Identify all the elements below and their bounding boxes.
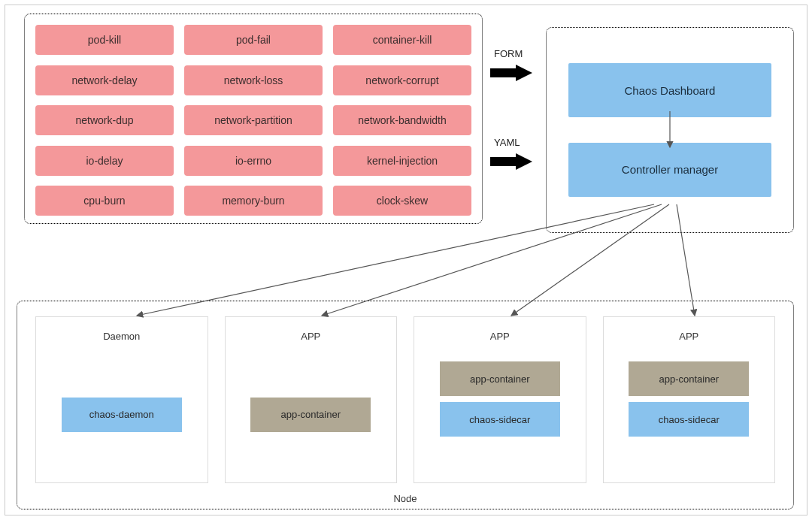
svg-marker-0 (490, 65, 532, 81)
chaos-type: io-errno (184, 146, 323, 176)
node-panel: Daemon chaos-daemon APP app-container AP… (17, 301, 794, 509)
chaos-type: network-partition (184, 105, 323, 135)
pod-title: APP (490, 331, 510, 342)
controller-manager-box: Controller manager (568, 143, 771, 197)
yaml-arrow-icon (490, 153, 532, 170)
chaos-type: pod-kill (35, 25, 174, 55)
pod-title: APP (679, 331, 698, 342)
yaml-label: YAML (494, 137, 520, 148)
chaos-type: cpu-burn (35, 186, 174, 216)
type-row: cpu-burn memory-burn clock-skew (35, 186, 471, 216)
pods-row: Daemon chaos-daemon APP app-container AP… (35, 316, 775, 483)
chaos-types-panel: pod-kill pod-fail container-kill network… (24, 14, 483, 224)
pod-title: APP (301, 331, 320, 342)
chaos-type: pod-fail (184, 25, 323, 55)
node-label: Node (17, 493, 793, 504)
container: chaos-sidecar (629, 402, 749, 437)
chaos-type: kernel-injection (333, 146, 471, 176)
type-row: network-delay network-loss network-corru… (35, 65, 471, 95)
svg-marker-1 (490, 153, 532, 170)
chaos-dashboard-box: Chaos Dashboard (568, 63, 771, 117)
container: chaos-daemon (62, 398, 182, 432)
form-arrow-icon (490, 65, 532, 81)
chaos-type: container-kill (333, 25, 471, 55)
chaos-type: io-delay (35, 146, 174, 176)
type-row: pod-kill pod-fail container-kill (35, 25, 471, 55)
container: app-container (250, 398, 371, 432)
form-label: FORM (494, 48, 523, 59)
container: chaos-sidecar (440, 402, 560, 437)
chaos-type: network-delay (35, 65, 174, 95)
chaos-type: network-loss (184, 65, 323, 95)
type-row: network-dup network-partition network-ba… (35, 105, 471, 135)
chaos-type: network-corrupt (333, 65, 471, 95)
chaos-type: network-dup (35, 105, 174, 135)
type-row: io-delay io-errno kernel-injection (35, 146, 471, 176)
chaos-type: network-bandwidth (333, 105, 471, 135)
control-plane-panel: Chaos Dashboard Controller manager (546, 27, 794, 233)
chaos-type: memory-burn (184, 186, 323, 216)
pod-app: APP app-container chaos-sidecar (603, 316, 776, 483)
container: app-container (629, 361, 749, 396)
pod-daemon: Daemon chaos-daemon (35, 316, 208, 483)
pod-app: APP app-container (225, 316, 398, 483)
pod-app: APP app-container chaos-sidecar (414, 316, 586, 483)
pod-title: Daemon (103, 331, 140, 342)
chaos-type: clock-skew (333, 186, 471, 216)
container: app-container (440, 361, 560, 396)
